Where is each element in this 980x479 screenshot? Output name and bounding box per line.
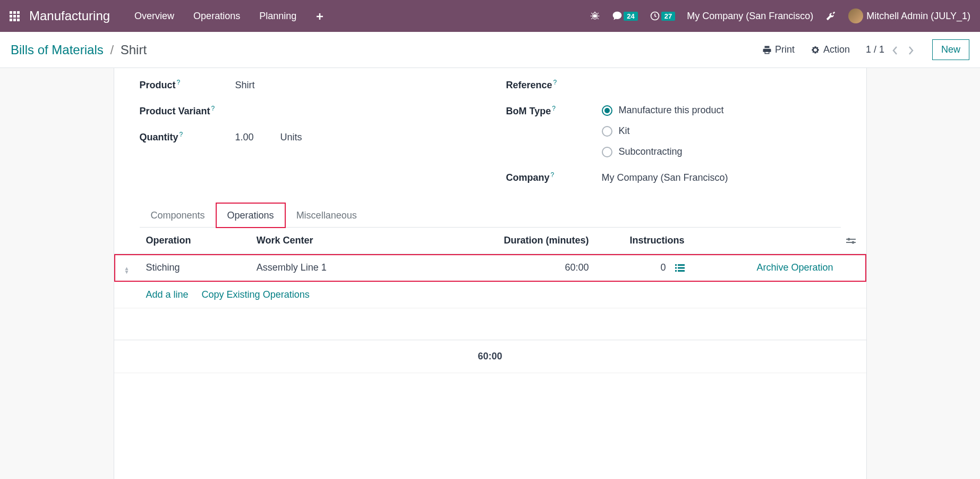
pager-value[interactable]: 1 / 1 — [866, 44, 884, 55]
col-work-center[interactable]: Work Center — [250, 228, 408, 254]
nav-overview[interactable]: Overview — [134, 11, 174, 22]
pager-next-icon[interactable] — [906, 44, 916, 56]
company-switcher[interactable]: My Company (San Francisco) — [687, 11, 813, 22]
total-duration: 60:00 — [114, 340, 866, 373]
help-icon[interactable]: ? — [553, 79, 557, 86]
value-company[interactable]: My Company (San Francisco) — [602, 172, 841, 183]
user-name: Mitchell Admin (JULY_1) — [866, 11, 970, 22]
pager: 1 / 1 — [866, 44, 916, 56]
form-sheet: Product? Shirt Product Variant? Quantity… — [114, 68, 867, 479]
svg-rect-3 — [846, 239, 856, 240]
cell-duration[interactable]: 60:00 — [408, 254, 595, 282]
help-icon[interactable]: ? — [551, 171, 555, 179]
list-icon[interactable] — [675, 262, 685, 273]
value-quantity[interactable]: 1.00 — [235, 132, 254, 143]
help-icon[interactable]: ? — [211, 105, 215, 112]
svg-rect-9 — [678, 267, 685, 269]
svg-rect-5 — [846, 242, 856, 243]
radio-manufacture[interactable]: Manufacture this product — [602, 105, 724, 116]
chat-badge: 24 — [624, 12, 637, 21]
app-brand[interactable]: Manufacturing — [29, 9, 110, 23]
radio-icon — [602, 105, 612, 116]
label-product: Product? — [140, 79, 235, 91]
breadcrumb-root[interactable]: Bills of Materials — [11, 43, 104, 57]
value-quantity-unit[interactable]: Units — [280, 132, 302, 143]
control-panel: Bills of Materials / Shirt Print Action … — [0, 32, 980, 68]
cell-instructions[interactable]: 0 — [595, 254, 691, 282]
print-button[interactable]: Print — [762, 44, 795, 55]
messaging-icon[interactable]: 24 — [612, 11, 637, 21]
table-action-row: Add a line Copy Existing Operations — [114, 282, 866, 308]
cell-work-center[interactable]: Assembly Line 1 — [250, 254, 408, 282]
table-total-row: 60:00 — [114, 340, 866, 373]
top-nav: Manufacturing Overview Operations Planni… — [0, 0, 980, 32]
avatar — [848, 9, 863, 23]
svg-point-0 — [593, 14, 597, 18]
bom-type-radio-group: Manufacture this product Kit Subcontract… — [602, 105, 724, 157]
radio-icon — [602, 126, 612, 137]
debug-icon[interactable] — [590, 11, 600, 21]
activity-badge: 27 — [661, 12, 675, 21]
label-reference: Reference? — [506, 79, 602, 91]
action-button[interactable]: Action — [811, 44, 850, 55]
radio-subcontracting[interactable]: Subcontracting — [602, 146, 724, 157]
copy-operations-link[interactable]: Copy Existing Operations — [202, 289, 310, 300]
label-quantity: Quantity? — [140, 131, 235, 143]
label-variant: Product Variant? — [140, 105, 235, 117]
new-menu-icon[interactable] — [316, 9, 324, 23]
svg-rect-7 — [678, 264, 685, 266]
cell-operation[interactable]: Stiching — [140, 254, 250, 282]
label-company: Company? — [506, 171, 602, 183]
svg-rect-6 — [675, 264, 677, 266]
svg-rect-8 — [675, 267, 677, 269]
svg-rect-11 — [678, 270, 685, 272]
svg-rect-10 — [675, 270, 677, 272]
tools-icon[interactable] — [825, 10, 837, 22]
radio-kit[interactable]: Kit — [602, 125, 724, 137]
nav-operations[interactable]: Operations — [193, 11, 240, 22]
tab-components[interactable]: Components — [140, 203, 216, 228]
tab-operations[interactable]: Operations — [216, 203, 285, 228]
tab-miscellaneous[interactable]: Miscellaneous — [285, 203, 368, 228]
help-icon[interactable]: ? — [552, 105, 556, 112]
activity-icon[interactable]: 27 — [650, 11, 675, 21]
archive-operation-link[interactable]: Archive Operation — [691, 254, 840, 282]
value-product[interactable]: Shirt — [235, 80, 474, 91]
breadcrumb-current: Shirt — [121, 43, 147, 57]
nav-planning[interactable]: Planning — [259, 11, 296, 22]
col-operation[interactable]: Operation — [140, 228, 250, 254]
apps-icon[interactable] — [10, 11, 20, 21]
label-bom-type: BoM Type? — [506, 105, 602, 117]
tab-bar: Components Operations Miscellaneous — [140, 203, 841, 228]
table-row[interactable]: ▲▼ Stiching Assembly Line 1 60:00 0 A — [114, 254, 866, 282]
col-instructions[interactable]: Instructions — [595, 228, 691, 254]
radio-icon — [602, 147, 612, 157]
add-line-link[interactable]: Add a line — [146, 289, 189, 300]
help-icon[interactable]: ? — [177, 79, 181, 86]
help-icon[interactable]: ? — [180, 131, 183, 138]
drag-handle-icon[interactable]: ▲▼ — [124, 266, 130, 274]
columns-options-icon[interactable] — [846, 235, 856, 246]
user-menu[interactable]: Mitchell Admin (JULY_1) — [848, 9, 970, 23]
col-duration[interactable]: Duration (minutes) — [408, 228, 595, 254]
pager-prev-icon[interactable] — [890, 44, 900, 56]
operations-table: Operation Work Center Duration (minutes)… — [114, 228, 866, 373]
breadcrumb: Bills of Materials / Shirt — [11, 43, 147, 57]
new-button[interactable]: New — [932, 39, 969, 60]
